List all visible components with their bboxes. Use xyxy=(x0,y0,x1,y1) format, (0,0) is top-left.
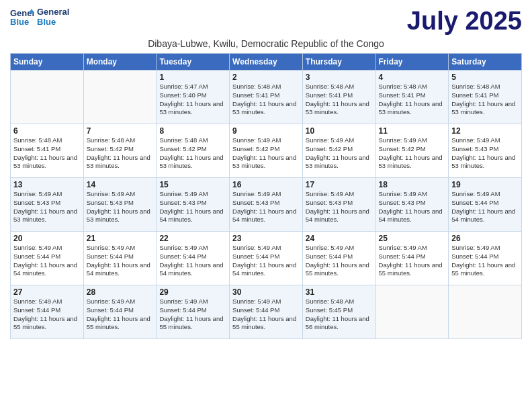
calendar-cell: 2Sunrise: 5:48 AM Sunset: 5:41 PM Daylig… xyxy=(230,71,303,124)
calendar-cell: 23Sunrise: 5:49 AM Sunset: 5:44 PM Dayli… xyxy=(230,232,303,285)
calendar-cell: 30Sunrise: 5:49 AM Sunset: 5:44 PM Dayli… xyxy=(230,285,303,339)
day-detail: Sunrise: 5:49 AM Sunset: 5:42 PM Dayligh… xyxy=(232,136,296,169)
day-number: 5 xyxy=(451,73,519,82)
day-number: 23 xyxy=(232,234,300,243)
day-number: 9 xyxy=(232,126,300,136)
day-number: 15 xyxy=(159,180,226,189)
calendar-cell: 7Sunrise: 5:48 AM Sunset: 5:42 PM Daylig… xyxy=(83,124,157,178)
day-detail: Sunrise: 5:49 AM Sunset: 5:43 PM Dayligh… xyxy=(159,190,223,223)
day-detail: Sunrise: 5:49 AM Sunset: 5:43 PM Dayligh… xyxy=(306,190,369,223)
logo-subtext: Blue xyxy=(37,17,69,27)
svg-text:Blue: Blue xyxy=(10,17,29,26)
day-number: 6 xyxy=(13,126,81,136)
calendar-cell: 6Sunrise: 5:48 AM Sunset: 5:41 PM Daylig… xyxy=(11,124,84,178)
day-number: 2 xyxy=(232,73,300,82)
day-number: 8 xyxy=(159,126,226,136)
day-detail: Sunrise: 5:49 AM Sunset: 5:44 PM Dayligh… xyxy=(159,244,223,277)
day-number: 21 xyxy=(87,234,154,243)
day-detail: Sunrise: 5:49 AM Sunset: 5:44 PM Dayligh… xyxy=(451,190,515,223)
calendar-cell: 31Sunrise: 5:48 AM Sunset: 5:45 PM Dayli… xyxy=(302,285,375,339)
day-detail: Sunrise: 5:49 AM Sunset: 5:43 PM Dayligh… xyxy=(13,190,77,223)
col-header-thursday: Thursday xyxy=(302,54,375,71)
day-number: 16 xyxy=(232,180,300,189)
day-number: 20 xyxy=(13,234,81,243)
calendar-cell: 19Sunrise: 5:49 AM Sunset: 5:44 PM Dayli… xyxy=(449,178,522,232)
day-detail: Sunrise: 5:48 AM Sunset: 5:41 PM Dayligh… xyxy=(232,83,296,116)
calendar-cell: 4Sunrise: 5:48 AM Sunset: 5:41 PM Daylig… xyxy=(375,71,449,124)
day-detail: Sunrise: 5:48 AM Sunset: 5:45 PM Dayligh… xyxy=(306,298,369,330)
col-header-wednesday: Wednesday xyxy=(230,54,303,71)
day-number: 19 xyxy=(451,180,519,189)
day-detail: Sunrise: 5:49 AM Sunset: 5:44 PM Dayligh… xyxy=(13,244,77,277)
day-detail: Sunrise: 5:48 AM Sunset: 5:41 PM Dayligh… xyxy=(13,136,77,169)
day-detail: Sunrise: 5:49 AM Sunset: 5:44 PM Dayligh… xyxy=(87,244,150,277)
calendar-cell: 8Sunrise: 5:48 AM Sunset: 5:42 PM Daylig… xyxy=(157,124,230,178)
day-detail: Sunrise: 5:47 AM Sunset: 5:40 PM Dayligh… xyxy=(159,83,223,116)
day-detail: Sunrise: 5:49 AM Sunset: 5:44 PM Dayligh… xyxy=(232,298,296,330)
calendar-cell: 29Sunrise: 5:49 AM Sunset: 5:44 PM Dayli… xyxy=(157,285,230,339)
logo-icon: General Blue xyxy=(10,7,34,26)
calendar-cell: 20Sunrise: 5:49 AM Sunset: 5:44 PM Dayli… xyxy=(11,232,84,285)
calendar-cell: 18Sunrise: 5:49 AM Sunset: 5:43 PM Dayli… xyxy=(375,178,449,232)
logo: General Blue General Blue xyxy=(10,7,69,27)
day-number: 13 xyxy=(13,180,81,189)
day-number: 3 xyxy=(306,73,373,82)
col-header-sunday: Sunday xyxy=(11,54,84,71)
day-detail: Sunrise: 5:49 AM Sunset: 5:42 PM Dayligh… xyxy=(379,136,443,169)
day-number: 1 xyxy=(159,73,226,82)
day-number: 22 xyxy=(159,234,226,243)
day-number: 18 xyxy=(379,180,446,189)
day-detail: Sunrise: 5:49 AM Sunset: 5:44 PM Dayligh… xyxy=(232,244,296,277)
calendar-cell: 5Sunrise: 5:48 AM Sunset: 5:41 PM Daylig… xyxy=(449,71,522,124)
calendar-table: SundayMondayTuesdayWednesdayThursdayFrid… xyxy=(10,53,522,339)
col-header-friday: Friday xyxy=(375,54,449,71)
day-detail: Sunrise: 5:49 AM Sunset: 5:43 PM Dayligh… xyxy=(232,190,296,223)
calendar-cell: 15Sunrise: 5:49 AM Sunset: 5:43 PM Dayli… xyxy=(157,178,230,232)
calendar-cell: 21Sunrise: 5:49 AM Sunset: 5:44 PM Dayli… xyxy=(83,232,157,285)
month-title: July 2025 xyxy=(407,7,522,36)
day-number: 12 xyxy=(451,126,519,136)
calendar-cell: 9Sunrise: 5:49 AM Sunset: 5:42 PM Daylig… xyxy=(230,124,303,178)
day-detail: Sunrise: 5:49 AM Sunset: 5:44 PM Dayligh… xyxy=(451,244,515,277)
day-detail: Sunrise: 5:49 AM Sunset: 5:44 PM Dayligh… xyxy=(87,298,150,330)
location-title: Dibaya-Lubwe, Kwilu, Democratic Republic… xyxy=(10,38,522,49)
calendar-cell xyxy=(11,71,84,124)
day-detail: Sunrise: 5:49 AM Sunset: 5:42 PM Dayligh… xyxy=(306,136,369,169)
day-number: 31 xyxy=(306,287,373,297)
col-header-tuesday: Tuesday xyxy=(157,54,230,71)
calendar-cell: 27Sunrise: 5:49 AM Sunset: 5:44 PM Dayli… xyxy=(11,285,84,339)
calendar-cell xyxy=(83,71,157,124)
calendar-cell: 25Sunrise: 5:49 AM Sunset: 5:44 PM Dayli… xyxy=(375,232,449,285)
day-detail: Sunrise: 5:48 AM Sunset: 5:41 PM Dayligh… xyxy=(451,83,515,116)
day-number: 10 xyxy=(306,126,373,136)
calendar-cell: 11Sunrise: 5:49 AM Sunset: 5:42 PM Dayli… xyxy=(375,124,449,178)
day-detail: Sunrise: 5:49 AM Sunset: 5:44 PM Dayligh… xyxy=(306,244,369,277)
day-number: 17 xyxy=(306,180,373,189)
calendar-cell: 16Sunrise: 5:49 AM Sunset: 5:43 PM Dayli… xyxy=(230,178,303,232)
day-number: 4 xyxy=(379,73,446,82)
calendar-cell: 12Sunrise: 5:49 AM Sunset: 5:43 PM Dayli… xyxy=(449,124,522,178)
calendar-cell: 1Sunrise: 5:47 AM Sunset: 5:40 PM Daylig… xyxy=(157,71,230,124)
day-number: 25 xyxy=(379,234,446,243)
day-detail: Sunrise: 5:49 AM Sunset: 5:44 PM Dayligh… xyxy=(159,298,223,330)
calendar-cell: 22Sunrise: 5:49 AM Sunset: 5:44 PM Dayli… xyxy=(157,232,230,285)
calendar-cell xyxy=(375,285,449,339)
day-number: 14 xyxy=(87,180,154,189)
col-header-saturday: Saturday xyxy=(449,54,522,71)
day-detail: Sunrise: 5:48 AM Sunset: 5:41 PM Dayligh… xyxy=(379,83,443,116)
day-number: 29 xyxy=(159,287,226,297)
day-detail: Sunrise: 5:48 AM Sunset: 5:41 PM Dayligh… xyxy=(306,83,369,116)
col-header-monday: Monday xyxy=(83,54,157,71)
logo-text: General xyxy=(37,7,69,17)
day-detail: Sunrise: 5:48 AM Sunset: 5:42 PM Dayligh… xyxy=(159,136,223,169)
day-number: 11 xyxy=(379,126,446,136)
calendar-cell xyxy=(449,285,522,339)
calendar-cell: 10Sunrise: 5:49 AM Sunset: 5:42 PM Dayli… xyxy=(302,124,375,178)
calendar-cell: 28Sunrise: 5:49 AM Sunset: 5:44 PM Dayli… xyxy=(83,285,157,339)
day-detail: Sunrise: 5:49 AM Sunset: 5:44 PM Dayligh… xyxy=(13,298,77,330)
calendar-cell: 24Sunrise: 5:49 AM Sunset: 5:44 PM Dayli… xyxy=(302,232,375,285)
day-detail: Sunrise: 5:49 AM Sunset: 5:43 PM Dayligh… xyxy=(451,136,515,169)
day-number: 26 xyxy=(451,234,519,243)
day-number: 24 xyxy=(306,234,373,243)
day-detail: Sunrise: 5:49 AM Sunset: 5:44 PM Dayligh… xyxy=(379,244,443,277)
